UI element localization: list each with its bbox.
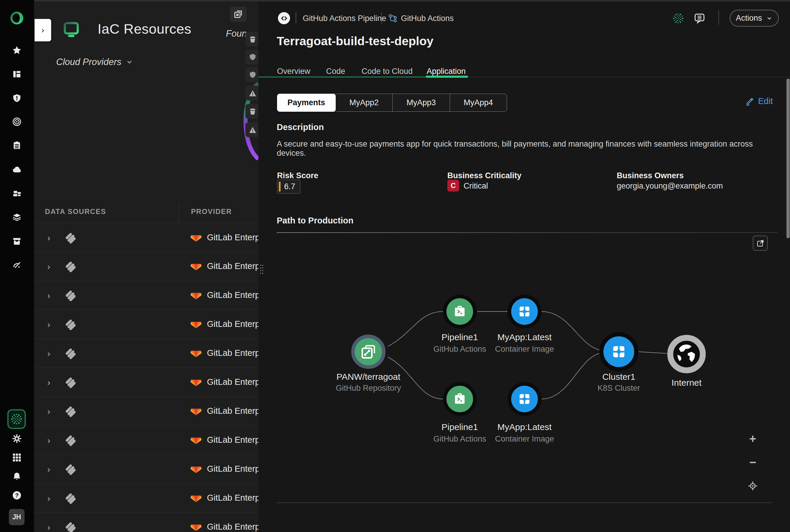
tab-bar-line xyxy=(467,77,790,77)
row-expand-chevron[interactable]: › xyxy=(47,522,50,532)
brand-logo-icon[interactable] xyxy=(9,10,25,26)
data-source-icon xyxy=(63,375,78,391)
inventory-box-icon[interactable] xyxy=(12,236,22,247)
warning-tile-icon[interactable] xyxy=(245,86,260,100)
table-row[interactable]: › GitLab Enterprise xyxy=(34,223,258,252)
cloud-providers-dropdown[interactable]: Cloud Providers xyxy=(56,57,133,68)
table-row[interactable]: › GitLab Enterprise xyxy=(34,339,258,368)
provider-label: GitLab Enterprise xyxy=(207,464,258,474)
shield-tile-icon[interactable] xyxy=(245,50,260,64)
table-row[interactable]: › GitLab Enterprise xyxy=(34,484,258,513)
business-owners-label: Business Owners xyxy=(617,171,684,180)
zoom-out-button[interactable]: − xyxy=(746,456,759,469)
expand-diagram-icon[interactable] xyxy=(753,235,768,251)
comments-icon[interactable] xyxy=(694,13,706,24)
user-avatar[interactable]: JH xyxy=(9,509,24,525)
center-view-button[interactable] xyxy=(746,479,759,492)
node-pipeline-bottom[interactable] xyxy=(443,382,476,416)
gauge-icon[interactable] xyxy=(12,260,22,270)
window-top-edge xyxy=(34,0,790,1)
table-row[interactable]: › GitLab Enterprise xyxy=(34,252,258,281)
table-row[interactable]: › GitLab Enterprise xyxy=(34,310,258,339)
table-row[interactable]: › GitLab Enterprise xyxy=(34,368,258,397)
help-icon[interactable]: ? xyxy=(12,490,22,501)
pencil-icon xyxy=(745,97,754,106)
assets-blocks-icon[interactable] xyxy=(12,188,22,199)
row-expand-chevron[interactable]: › xyxy=(47,493,50,504)
close-panel-icon[interactable] xyxy=(230,6,247,22)
row-expand-chevron[interactable]: › xyxy=(47,464,50,474)
data-source-icon xyxy=(63,346,78,362)
tab-application[interactable]: Application xyxy=(427,67,466,76)
dashboards-icon[interactable] xyxy=(12,69,22,79)
node-internet[interactable] xyxy=(667,335,706,373)
provider-label: GitLab Enterprise xyxy=(207,493,258,503)
notifications-bell-icon[interactable] xyxy=(12,471,22,482)
scrollbar[interactable] xyxy=(787,79,790,238)
app-tab-myapp2[interactable]: MyApp2 xyxy=(336,94,393,111)
criticality-badge: C xyxy=(447,180,459,191)
panel-resize-handle[interactable] xyxy=(260,264,264,274)
shield-tile-icon[interactable] xyxy=(245,68,260,82)
row-expand-chevron[interactable]: › xyxy=(47,233,50,243)
layers-icon[interactable] xyxy=(12,212,22,223)
provider-label: GitLab Enterprise xyxy=(207,406,258,416)
node-label: MyApp:Latest xyxy=(477,332,572,342)
data-source-icon xyxy=(63,230,78,246)
path-to-production-heading: Path to Production xyxy=(277,216,353,226)
table-row[interactable]: › GitLab Enterprise xyxy=(34,281,258,310)
edit-label: Edit xyxy=(758,96,773,106)
table-row[interactable]: › GitLab Enterprise xyxy=(34,513,258,532)
app-switcher: Payments MyApp2 MyApp3 MyApp4 xyxy=(277,94,507,112)
node-pipeline-top[interactable] xyxy=(443,294,476,328)
table-row[interactable]: › GitLab Enterprise xyxy=(34,455,258,484)
row-expand-chevron[interactable]: › xyxy=(47,435,50,445)
background-text-fragment: Found xyxy=(226,28,246,39)
app-tab-myapp4[interactable]: MyApp4 xyxy=(450,94,507,111)
settings-gear-icon[interactable] xyxy=(12,433,22,444)
edit-button[interactable]: Edit xyxy=(745,96,773,106)
app-tab-payments[interactable]: Payments xyxy=(277,94,336,112)
node-k8s-cluster[interactable] xyxy=(599,332,638,371)
app-tab-myapp3[interactable]: MyApp3 xyxy=(393,94,450,111)
provider-label: GitLab Enterprise xyxy=(207,233,258,242)
actions-button[interactable]: Actions xyxy=(730,10,779,26)
node-type-label: GitHub Repository xyxy=(321,384,416,393)
panel-expand-button[interactable]: › xyxy=(35,19,51,41)
issues-shield-icon[interactable] xyxy=(12,93,22,103)
data-source-icon xyxy=(63,317,78,333)
tab-overview[interactable]: Overview xyxy=(277,67,311,76)
copilot-button[interactable] xyxy=(8,410,25,429)
node-container-image-bottom[interactable] xyxy=(508,382,541,416)
node-github-repository[interactable] xyxy=(351,335,385,369)
attack-surface-target-icon[interactable] xyxy=(12,116,22,127)
zoom-in-button[interactable]: + xyxy=(746,432,759,445)
node-label: PANW/terragoat xyxy=(321,372,416,382)
row-expand-chevron[interactable]: › xyxy=(47,406,50,416)
cloud-icon[interactable] xyxy=(12,164,22,175)
tab-code[interactable]: Code xyxy=(326,67,345,76)
row-expand-chevron[interactable]: › xyxy=(47,377,50,387)
favorites-star-icon[interactable] xyxy=(12,45,22,56)
gitlab-logo-icon xyxy=(190,405,202,417)
tab-code-to-cloud[interactable]: Code to Cloud xyxy=(362,67,413,76)
data-source-icon xyxy=(63,288,78,304)
node-type-label: Container Image xyxy=(477,345,572,354)
node-container-image-top[interactable] xyxy=(508,294,541,328)
row-expand-chevron[interactable]: › xyxy=(47,290,50,301)
copilot-icon[interactable] xyxy=(672,13,684,24)
data-source-icon xyxy=(63,259,78,275)
row-expand-chevron[interactable]: › xyxy=(47,320,50,329)
apps-grid-icon[interactable] xyxy=(12,452,22,463)
table-row[interactable]: › GitLab Enterprise xyxy=(34,426,258,455)
table-row[interactable]: › GitLab Enterprise xyxy=(34,397,258,426)
description-heading: Description xyxy=(277,122,324,132)
reports-clipboard-icon[interactable] xyxy=(12,140,22,151)
trash-tile-icon[interactable] xyxy=(245,32,260,47)
trash-tile-icon[interactable] xyxy=(245,104,260,119)
row-expand-chevron[interactable]: › xyxy=(47,348,50,359)
row-expand-chevron[interactable]: › xyxy=(47,262,50,272)
warning-tile-icon[interactable] xyxy=(245,122,260,137)
code-brackets-icon xyxy=(278,12,290,24)
table-header: DATA SOURCES PROVIDER xyxy=(34,203,258,224)
